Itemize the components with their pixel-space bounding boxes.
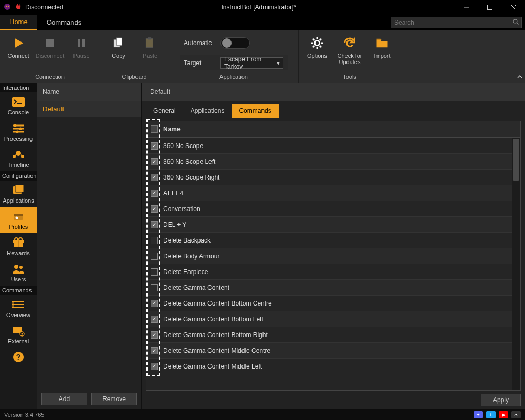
row-checkbox[interactable] xyxy=(151,174,158,181)
discord-icon[interactable]: ✦ xyxy=(474,411,483,418)
svg-text:?: ? xyxy=(16,353,21,361)
row-checkbox[interactable] xyxy=(151,316,158,323)
svg-point-29 xyxy=(14,124,17,127)
folder-icon xyxy=(374,35,391,51)
table-row[interactable]: Delete Gamma Content Bottom Left xyxy=(146,311,512,327)
table-row[interactable]: Delete Gamma Content Middle Left xyxy=(146,358,512,374)
sidenav-item-applications[interactable]: Applications xyxy=(0,181,37,207)
row-name: Conversation xyxy=(163,205,508,213)
close-button[interactable] xyxy=(501,0,525,15)
profiles-panel: Name Default Add Remove xyxy=(37,83,142,410)
timeline-icon xyxy=(11,148,26,161)
search-input[interactable] xyxy=(391,19,511,26)
row-checkbox[interactable] xyxy=(151,158,158,165)
table-row[interactable]: 360 No Scope Right xyxy=(146,169,512,185)
apply-button[interactable]: Apply xyxy=(481,394,521,406)
row-checkbox[interactable] xyxy=(151,363,158,370)
play-icon xyxy=(10,35,27,51)
connection-group-label: Connection xyxy=(4,74,96,81)
row-checkbox[interactable] xyxy=(151,142,158,150)
console-icon xyxy=(11,96,26,108)
table-row[interactable]: Delete Gamma Content xyxy=(146,279,512,295)
target-dropdown[interactable]: Escape From Tarkov ▾ xyxy=(220,57,284,69)
add-button[interactable]: Add xyxy=(41,393,87,405)
pause-button[interactable]: Pause xyxy=(67,33,96,59)
profile-item-default[interactable]: Default xyxy=(37,101,141,117)
scrollbar[interactable] xyxy=(512,138,520,390)
tab-applications[interactable]: Applications xyxy=(183,104,232,118)
row-checkbox[interactable] xyxy=(151,221,158,228)
sidenav-item-console[interactable]: Console xyxy=(0,92,37,119)
row-name: Delete Gamma Content Bottom Centre xyxy=(163,300,508,307)
youtube-icon[interactable]: ▶ xyxy=(499,411,508,418)
menu-home[interactable]: Home xyxy=(0,15,37,30)
minimize-button[interactable] xyxy=(454,0,478,15)
table-row[interactable]: Delete Backpack xyxy=(146,232,512,248)
row-checkbox[interactable] xyxy=(151,237,158,244)
row-checkbox[interactable] xyxy=(151,268,158,276)
disconnect-button[interactable]: Disconnect xyxy=(36,33,64,59)
plug-icon xyxy=(15,3,22,12)
import-button[interactable]: Import xyxy=(368,33,396,59)
remove-button[interactable]: Remove xyxy=(91,393,137,405)
svg-line-21 xyxy=(313,39,315,41)
sidenav-item-help[interactable]: ? xyxy=(0,348,37,368)
svg-line-23 xyxy=(313,46,315,48)
search-icon xyxy=(511,19,521,27)
row-checkbox[interactable] xyxy=(151,253,158,260)
table-row[interactable]: DEL + Y xyxy=(146,216,512,232)
row-name: Delete Backpack xyxy=(163,237,508,244)
ribbon-collapse-button[interactable] xyxy=(514,30,525,83)
table-row[interactable]: Delete Body Armour xyxy=(146,248,512,264)
select-all-checkbox[interactable] xyxy=(151,125,158,133)
users-icon xyxy=(11,262,26,275)
paste-button[interactable]: Paste xyxy=(136,33,164,59)
svg-rect-10 xyxy=(78,39,80,47)
section-configuration: Configuration xyxy=(0,171,37,181)
sidenav-item-profiles[interactable]: Profiles xyxy=(0,207,37,233)
automatic-toggle[interactable] xyxy=(220,37,250,49)
table-row[interactable]: ALT F4 xyxy=(146,185,512,201)
row-checkbox[interactable] xyxy=(151,347,158,354)
tab-general[interactable]: General xyxy=(146,104,183,118)
table-row[interactable]: Delete Gamma Content Bottom Centre xyxy=(146,295,512,311)
table-row[interactable]: Delete Gamma Content Middle Centre xyxy=(146,342,512,358)
row-name: Delete Gamma Content Middle Left xyxy=(163,363,508,370)
menu-commands[interactable]: Commands xyxy=(37,15,91,30)
row-checkbox[interactable] xyxy=(151,284,158,291)
row-checkbox[interactable] xyxy=(151,205,158,213)
ribbon: Connect Disconnect Pause Connection Copy… xyxy=(0,30,525,83)
sidenav-item-processing[interactable]: Processing xyxy=(0,119,37,145)
tools-group-label: Tools xyxy=(303,74,396,81)
row-checkbox[interactable] xyxy=(151,331,158,339)
connect-button[interactable]: Connect xyxy=(4,33,33,59)
svg-point-30 xyxy=(19,128,22,130)
processing-icon xyxy=(11,122,26,134)
copy-button[interactable]: Copy xyxy=(104,33,133,59)
app-icon-small[interactable]: ✶ xyxy=(511,411,521,418)
sidenav-item-overview[interactable]: Overview xyxy=(0,295,37,321)
row-checkbox[interactable] xyxy=(151,190,158,197)
maximize-button[interactable] xyxy=(478,0,501,15)
scrollbar-thumb[interactable] xyxy=(513,139,519,181)
table-row[interactable]: 360 No Scope xyxy=(146,138,512,153)
table-row[interactable]: Delete Earpiece xyxy=(146,264,512,279)
options-button[interactable]: Options xyxy=(303,33,331,59)
tab-commands[interactable]: Commands xyxy=(232,104,278,118)
search-box[interactable] xyxy=(391,17,522,28)
sidenav-item-users[interactable]: Users xyxy=(0,259,37,286)
sidenav-item-external[interactable]: External xyxy=(0,321,37,348)
check-updates-button[interactable]: Check for Updates xyxy=(334,33,365,65)
sidenav-item-rewards[interactable]: Rewards xyxy=(0,233,37,259)
svg-rect-52 xyxy=(12,301,14,303)
table-row[interactable]: 360 No Scope Left xyxy=(146,153,512,169)
table-row[interactable]: Delete Gamma Content Bottom Right xyxy=(146,327,512,342)
svg-rect-13 xyxy=(117,38,122,45)
col-name-header[interactable]: Name xyxy=(163,125,516,133)
row-checkbox[interactable] xyxy=(151,300,158,307)
sidenav-item-timeline[interactable]: Timeline xyxy=(0,145,37,171)
overview-icon xyxy=(11,298,26,311)
table-row[interactable]: Conversation xyxy=(146,201,512,216)
twitter-icon[interactable]: t xyxy=(486,411,496,418)
row-name: DEL + Y xyxy=(163,221,508,228)
